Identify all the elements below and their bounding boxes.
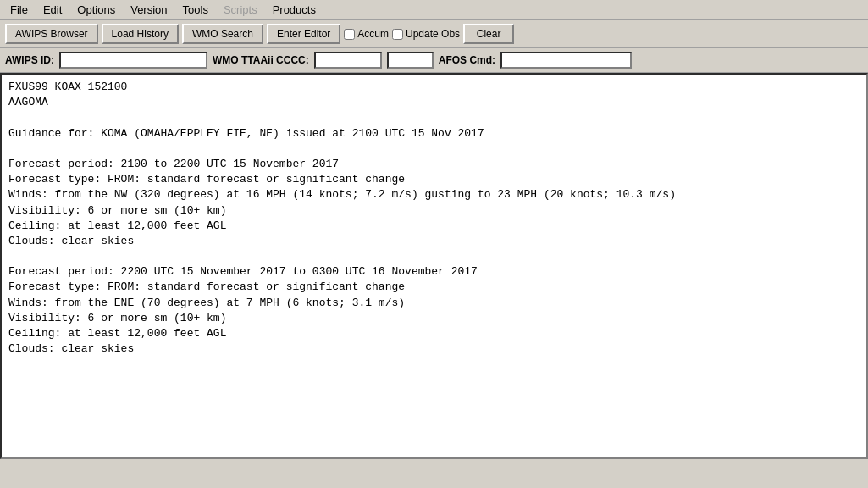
awips-browser-button[interactable]: AWIPS Browser: [5, 24, 98, 44]
wmo-cccc-input[interactable]: [387, 52, 434, 69]
wmo-label: WMO TTAAii CCCC:: [213, 54, 309, 66]
content-area[interactable]: FXUS99 KOAX 152100 AAGOMA Guidance for: …: [0, 73, 868, 459]
menu-scripts: Scripts: [217, 2, 264, 18]
toolbar: AWIPS Browser Load History WMO Search En…: [0, 20, 868, 48]
menu-edit[interactable]: Edit: [36, 2, 69, 18]
accum-label: Accum: [357, 28, 389, 40]
afos-cmd-input[interactable]: [500, 52, 632, 69]
awips-id-input[interactable]: [59, 52, 207, 69]
menu-products[interactable]: Products: [266, 2, 323, 18]
id-bar: AWIPS ID: WMO TTAAii CCCC: AFOS Cmd:: [0, 48, 868, 73]
enter-editor-button[interactable]: Enter Editor: [267, 24, 340, 44]
menu-version[interactable]: Version: [124, 2, 174, 18]
update-obs-checkbox-label[interactable]: Update Obs: [392, 28, 460, 40]
load-history-button[interactable]: Load History: [102, 24, 179, 44]
update-obs-checkbox[interactable]: [392, 29, 403, 40]
awips-id-label: AWIPS ID:: [5, 54, 54, 66]
accum-checkbox[interactable]: [344, 29, 355, 40]
wmo-search-button[interactable]: WMO Search: [182, 24, 263, 44]
menu-tools[interactable]: Tools: [176, 2, 215, 18]
clear-button[interactable]: Clear: [463, 24, 514, 44]
afos-label: AFOS Cmd:: [439, 54, 495, 66]
wmo-ttaaii-input[interactable]: [314, 52, 382, 69]
menu-options[interactable]: Options: [70, 2, 122, 18]
accum-checkbox-label[interactable]: Accum: [344, 28, 389, 40]
menu-file[interactable]: File: [3, 2, 35, 18]
menubar: File Edit Options Version Tools Scripts …: [0, 0, 868, 20]
update-obs-label: Update Obs: [406, 28, 460, 40]
